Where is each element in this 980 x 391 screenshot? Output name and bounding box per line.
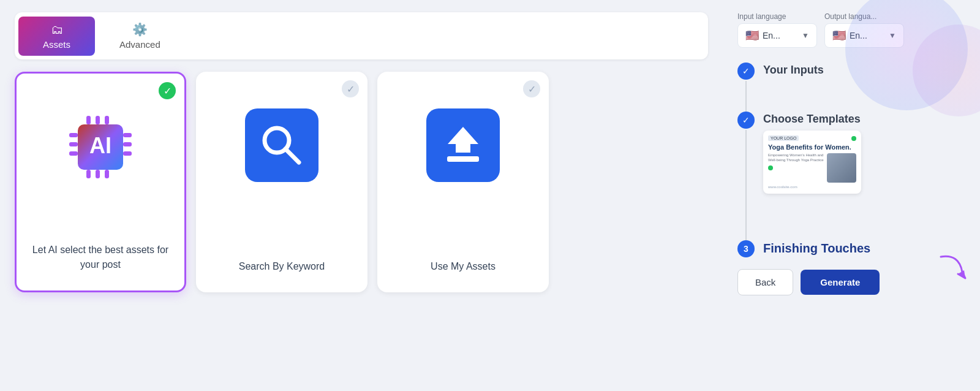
card-upload-image — [420, 102, 506, 188]
card-ai-select[interactable]: ✓ — [15, 72, 186, 292]
step-icon-finishing-touches: 3 — [737, 240, 755, 257]
ai-chip-icon: AI — [61, 107, 140, 187]
input-flag: 🇺🇸 — [745, 29, 759, 42]
step-title-your-inputs: Your Inputs — [763, 63, 965, 77]
step-content-your-inputs: Your Inputs — [763, 63, 965, 80]
upload-icon — [426, 108, 500, 182]
steps-list: ✓ Your Inputs ✓ Choose Templates YOUR LO… — [737, 63, 965, 259]
step-line-2 — [745, 130, 747, 240]
step-choose-templates: ✓ Choose Templates YOUR LOGO Yoga Benefi… — [737, 112, 965, 240]
purple-arrow-decoration — [935, 251, 971, 290]
svg-rect-2 — [69, 142, 78, 146]
card-use-assets[interactable]: ✓ Use My Assets — [377, 72, 549, 292]
svg-rect-8 — [96, 116, 100, 124]
thumb-subtitle: Empowering Women's Health and Well-being… — [768, 153, 824, 163]
step-content-choose-templates: Choose Templates YOUR LOGO Yoga Benefits… — [763, 112, 965, 203]
svg-rect-9 — [105, 116, 109, 124]
svg-rect-4 — [123, 133, 132, 137]
input-lang-arrow: ▼ — [802, 31, 809, 40]
assets-icon: 🗂 — [51, 23, 63, 37]
svg-line-15 — [285, 149, 299, 162]
thumb-logo: YOUR LOGO — [768, 135, 799, 141]
input-language-dropdown[interactable]: 🇺🇸 En... ▼ — [737, 23, 817, 48]
right-sidebar: Input language 🇺🇸 En... ▼ Output langua.… — [723, 0, 980, 391]
card-ai-image: AI — [58, 104, 143, 190]
thumb-image — [827, 153, 856, 183]
svg-rect-6 — [123, 151, 132, 156]
tab-assets-label: Assets — [43, 39, 70, 50]
step-icon-your-inputs: ✓ — [737, 63, 755, 80]
svg-rect-12 — [105, 170, 109, 178]
card-assets-label: Use My Assets — [431, 259, 496, 274]
thumb-green-dot-bottom — [768, 165, 773, 170]
svg-rect-10 — [86, 170, 91, 178]
tab-advanced-label: Advanced — [119, 39, 160, 50]
template-thumbnail: YOUR LOGO Yoga Benefits for Women. Empow… — [763, 131, 861, 194]
check-ai-select: ✓ — [159, 82, 176, 99]
card-ai-label: Let AI select the best assets for your p… — [29, 243, 172, 272]
card-search-label: Search By Keyword — [239, 259, 325, 274]
card-search-keyword[interactable]: ✓ Search By Keyword — [196, 72, 368, 292]
svg-text:AI: AI — [89, 133, 111, 158]
step-title-choose-templates: Choose Templates — [763, 112, 965, 126]
check-assets: ✓ — [523, 80, 540, 97]
thumb-title: Yoga Benefits for Women. — [768, 143, 856, 151]
step-finishing-touches: 3 Finishing Touches — [737, 240, 965, 259]
svg-rect-17 — [447, 156, 479, 162]
input-lang-text: En... — [763, 31, 780, 40]
step-your-inputs: ✓ Your Inputs — [737, 63, 965, 112]
svg-rect-11 — [96, 170, 100, 178]
card-search-image — [239, 102, 325, 188]
step-icon-choose-templates: ✓ — [737, 112, 755, 129]
action-buttons: Back Generate — [737, 269, 965, 295]
tab-bar: 🗂 Assets ⚙️ Advanced — [15, 12, 708, 59]
tab-assets[interactable]: 🗂 Assets — [18, 17, 95, 56]
input-language-group: Input language 🇺🇸 En... ▼ — [737, 12, 817, 48]
thumb-footer: www.coolsite.com — [768, 185, 856, 189]
search-icon — [245, 108, 318, 182]
svg-rect-3 — [69, 151, 78, 156]
cards-area: ✓ — [15, 72, 708, 292]
generate-button[interactable]: Generate — [801, 270, 880, 295]
svg-rect-7 — [86, 116, 91, 124]
svg-rect-5 — [123, 142, 132, 146]
check-search: ✓ — [342, 80, 359, 97]
input-language-label: Input language — [737, 12, 817, 21]
tab-advanced[interactable]: ⚙️ Advanced — [95, 16, 185, 56]
main-area: 🗂 Assets ⚙️ Advanced ✓ — [0, 0, 723, 391]
output-flag: 🇺🇸 — [832, 29, 846, 42]
step-line-1 — [745, 81, 747, 112]
thumb-green-dot-top — [851, 136, 856, 141]
svg-marker-16 — [448, 127, 478, 153]
back-button[interactable]: Back — [737, 269, 793, 295]
advanced-icon: ⚙️ — [132, 22, 148, 37]
svg-rect-1 — [69, 133, 78, 137]
